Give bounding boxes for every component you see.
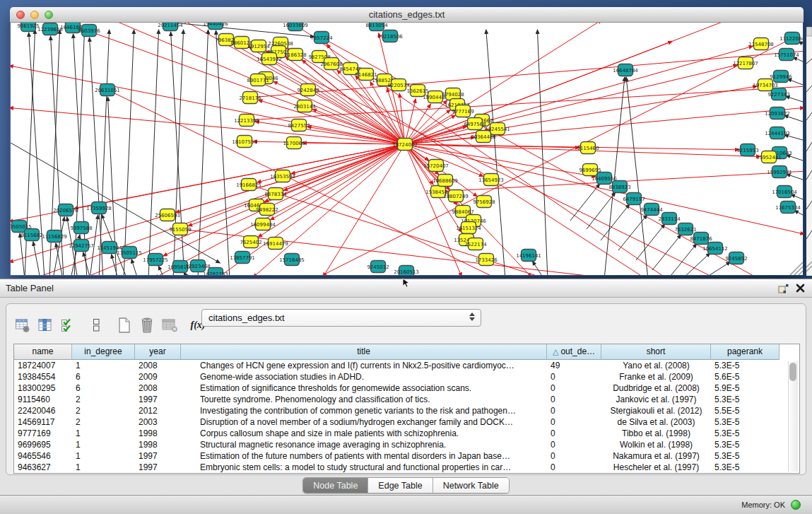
- tab-edge-table[interactable]: Edge Table: [368, 478, 433, 493]
- close-panel-icon[interactable]: [796, 284, 805, 293]
- citation-edge-black[interactable]: [570, 184, 600, 221]
- graph-node-label: 9498222: [256, 207, 278, 213]
- node-table: namein_degreeyeartitle△out_de…shortpager…: [13, 344, 800, 474]
- delete-table-button[interactable]: [160, 316, 179, 334]
- graph-node-label: 8878334: [264, 192, 287, 197]
- tab-network-table[interactable]: Network Table: [433, 478, 509, 493]
- cell-pagerank: 5.3E-5: [711, 428, 779, 439]
- citation-edge-red[interactable]: [405, 23, 729, 144]
- table-row[interactable]: 969969511998Structural magnetic resonanc…: [14, 439, 799, 450]
- background-window-sliver: [806, 27, 812, 276]
- table-row[interactable]: 946554611997Estimation of the future num…: [14, 450, 799, 462]
- table-panel: Table Panel: [0, 279, 812, 495]
- cell-title: Structural magnetic resonance image aver…: [181, 439, 547, 450]
- graph-node-label: 12213399: [234, 118, 259, 124]
- column-header-in_degree[interactable]: in_degree: [72, 344, 135, 360]
- citation-edge-red[interactable]: [155, 144, 405, 275]
- column-header-year[interactable]: year: [135, 344, 181, 360]
- citation-edge-red[interactable]: [255, 122, 405, 144]
- select-rows-button[interactable]: [59, 316, 77, 334]
- table-source-dropdown[interactable]: citations_edges.txt: [201, 309, 481, 327]
- citation-edge-black[interactable]: [668, 244, 697, 275]
- graph-node-label: 15716485: [279, 257, 305, 263]
- graph-node-label: 11548708: [748, 42, 774, 47]
- citation-edge-black[interactable]: [90, 37, 103, 275]
- table-row[interactable]: 1830029562008Estimation of significance …: [14, 382, 799, 394]
- float-panel-icon[interactable]: [778, 284, 789, 293]
- network-canvas[interactable]: 1872400779638228860128891295422260538982…: [11, 23, 803, 275]
- citation-edge-black[interactable]: [601, 204, 630, 240]
- table-row[interactable]: 946362711997Embryonic stem cells: a mode…: [14, 462, 799, 473]
- citation-edge-red[interactable]: [188, 144, 405, 226]
- table-tabs: Node Table Edge Table Network Table: [0, 477, 812, 493]
- new-document-button[interactable]: [115, 316, 134, 334]
- citation-edge-red[interactable]: [323, 144, 405, 275]
- citation-edge-black[interactable]: [636, 224, 665, 260]
- graph-node-label: 20160513: [394, 269, 419, 275]
- citation-edge-black[interactable]: [148, 30, 159, 275]
- graph-node-label: 12239618: [37, 27, 63, 33]
- column-header-name[interactable]: name: [14, 344, 72, 360]
- table-row[interactable]: 1872400712008Changes of HCN gene express…: [14, 360, 799, 371]
- graph-node-label: 12093872: [765, 111, 790, 117]
- citation-edge-black[interactable]: [791, 194, 803, 199]
- citation-edge-black[interactable]: [124, 30, 134, 275]
- citation-network-graph[interactable]: 1872400779638228860128891295422260538982…: [11, 23, 803, 275]
- graph-node-label: 10654112: [702, 246, 728, 252]
- cell-title: Genome-wide association studies in ADHD.: [181, 371, 547, 382]
- citation-edge-black[interactable]: [652, 235, 681, 270]
- table-row[interactable]: 911546021997Tourette syndrome. Phenomeno…: [14, 394, 799, 405]
- citation-edge-black[interactable]: [787, 79, 803, 85]
- table-scrollbar-thumb[interactable]: [789, 363, 796, 381]
- column-header-out_degree[interactable]: △out_de…: [547, 344, 601, 360]
- citation-edge-black[interactable]: [131, 259, 138, 275]
- citation-edge-black[interactable]: [703, 262, 731, 275]
- table-row[interactable]: 2242004622012Investigating the contribut…: [14, 405, 799, 416]
- citation-edge-black[interactable]: [99, 30, 110, 275]
- tab-node-table[interactable]: Node Table: [303, 478, 368, 493]
- graph-node-label: 9115460: [577, 146, 599, 151]
- citation-edge-black[interactable]: [198, 30, 208, 275]
- citation-edge-black[interactable]: [158, 266, 165, 275]
- table-settings-button[interactable]: [13, 316, 32, 334]
- dropdown-value: citations_edges.txt: [208, 313, 285, 323]
- cell-in_degree: 1: [72, 462, 135, 473]
- citation-edge-black[interactable]: [532, 261, 544, 275]
- cell-pagerank: 5.3E-5: [711, 394, 779, 405]
- table-scrollbar[interactable]: [788, 361, 798, 472]
- column-header-short[interactable]: short: [601, 344, 711, 360]
- table-row[interactable]: 1938455462009Genome-wide association stu…: [14, 371, 799, 382]
- citation-edge-red[interactable]: [272, 60, 717, 275]
- citation-edge-black[interactable]: [486, 30, 505, 275]
- citation-edge-black[interactable]: [216, 30, 230, 275]
- window-resize-grip-icon[interactable]: [790, 262, 803, 275]
- graph-node-label: 13857791: [230, 255, 255, 261]
- citation-edge-black[interactable]: [537, 30, 548, 275]
- row-merge-button[interactable]: [87, 316, 105, 334]
- graph-node-label: 19440426: [203, 23, 228, 27]
- show-column-button[interactable]: [36, 316, 54, 334]
- memory-status-indicator[interactable]: [791, 500, 801, 510]
- citation-edge-black[interactable]: [793, 57, 803, 62]
- cell-name: 19384554: [14, 371, 72, 382]
- graph-node-label: 17359928: [86, 206, 112, 211]
- network-window-titlebar[interactable]: citations_edges.txt: [10, 7, 804, 23]
- citation-edge-black[interactable]: [20, 233, 25, 275]
- graph-node-label: 16648784: [613, 68, 638, 74]
- column-header-pagerank[interactable]: pagerank: [711, 344, 779, 360]
- cell-title: Estimation of significance thresholds fo…: [181, 382, 547, 394]
- table-row[interactable]: 1456911722003Disruption of a novel membe…: [14, 416, 799, 428]
- citation-edge-red[interactable]: [270, 144, 405, 220]
- graph-node-label: 6497568: [464, 122, 486, 127]
- cytoscape-app: citations_edges.txt 18724007796382288601…: [0, 0, 812, 514]
- cell-in_degree: 1: [72, 360, 135, 371]
- citation-edge-black[interactable]: [33, 242, 40, 275]
- column-header-title[interactable]: title: [181, 344, 547, 360]
- table-row[interactable]: 977716911998Corpus callosum shape and si…: [14, 428, 799, 439]
- delete-trash-button[interactable]: [138, 316, 156, 334]
- graph-node-label: 9884067: [452, 209, 473, 215]
- graph-node-label: 1733426: [475, 257, 498, 263]
- graph-node-label: 8912954: [247, 44, 270, 49]
- citation-edge-black[interactable]: [626, 77, 648, 275]
- cell-short: Stergiakouli et al. (2012): [601, 405, 711, 416]
